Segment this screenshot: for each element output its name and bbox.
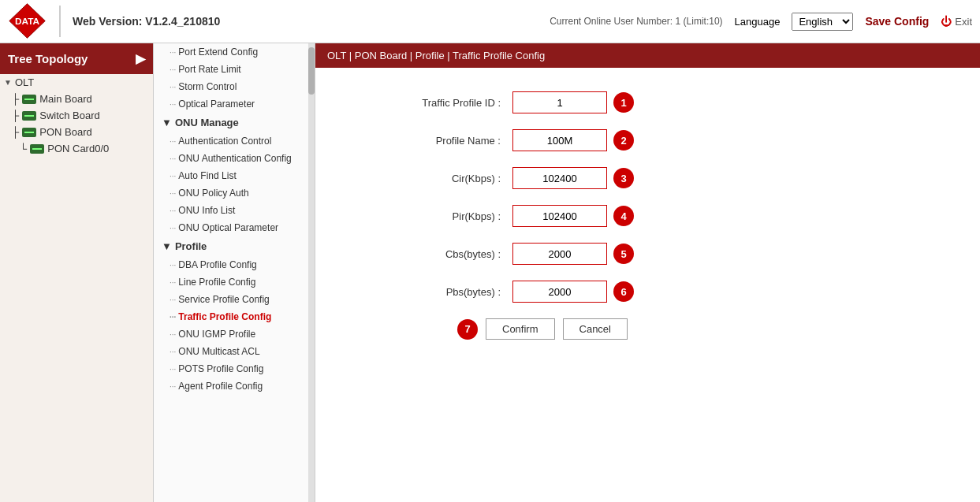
sidebar-item-poncard[interactable]: └ PON Card0/0 (0, 140, 153, 157)
form-input-group-cir: 3 (512, 167, 634, 189)
language-label: Language (735, 16, 781, 28)
power-icon: ⏻ (941, 15, 952, 28)
form-row-pbs: Pbs(bytes) : 6 (355, 281, 941, 303)
logo-area: DATA (8, 6, 61, 37)
cancel-button[interactable]: Cancel (563, 318, 628, 340)
sidebar-item-mainboard[interactable]: ├ Main Board (0, 91, 153, 107)
nav-onu-policy-auth[interactable]: ONU Policy Auth (154, 184, 308, 202)
pir-input[interactable] (512, 205, 607, 227)
cir-label: Cir(Kbps) : (355, 173, 512, 184)
mid-nav: Port Extend Config Port Rate Limit Storm… (154, 43, 315, 502)
nav-port-extend-config[interactable]: Port Extend Config (154, 43, 308, 61)
header-right: Current Online User Number: 1 (Limit:10)… (550, 13, 972, 31)
language-select[interactable]: English Chinese (792, 13, 853, 31)
nav-onu-manage-header: ▼ ONU Manage (154, 113, 308, 132)
logo-icon: DATA (8, 2, 47, 41)
expand-icon3: ├ (12, 126, 19, 138)
sidebar-item-olt[interactable]: ▼ OLT (0, 74, 153, 91)
nav-traffic-profile-config[interactable]: Traffic Profile Config (154, 308, 308, 325)
mainboard-icon (22, 95, 36, 104)
scrollbar-thumb[interactable] (308, 47, 315, 95)
step-badge-7: 7 (457, 319, 478, 340)
cir-input[interactable] (512, 167, 607, 189)
step-badge-2: 2 (613, 130, 634, 151)
form-input-group-pir: 4 (512, 205, 634, 227)
breadcrumb-ponboard: PON Board (355, 50, 407, 61)
save-config-button[interactable]: Save Config (865, 15, 929, 28)
nav-onu-optical-parameter[interactable]: ONU Optical Parameter (154, 219, 308, 236)
sidebar: Tree Topology ▶ ▼ OLT ├ Main Board ├ Swi… (0, 43, 154, 502)
main-layout: Tree Topology ▶ ▼ OLT ├ Main Board ├ Swi… (0, 43, 980, 502)
form-container: Traffic Profile ID : 1 Profile Name : 2 … (315, 68, 980, 502)
nav-optical-parameter[interactable]: Optical Parameter (154, 95, 308, 113)
mainboard-label: Main Board (39, 93, 91, 105)
nav-authentication-control[interactable]: Authentication Control (154, 132, 308, 150)
confirm-button[interactable]: Confirm (486, 318, 555, 340)
breadcrumb-sep1: | (349, 50, 355, 61)
expand-icon: ├ (12, 93, 19, 105)
nav-agent-profile-config[interactable]: Agent Profile Config (154, 377, 308, 395)
form-row-profile-id: Traffic Profile ID : 1 (355, 91, 941, 113)
sidebar-olt-label: OLT (15, 76, 34, 88)
profile-name-input[interactable] (512, 129, 607, 151)
version-label: Web Version: V1.2.4_210810 (73, 15, 550, 28)
sidebar-header: Tree Topology ▶ (0, 43, 153, 74)
switchboard-icon (22, 111, 36, 121)
pir-label: Pir(Kbps) : (355, 210, 512, 222)
step-badge-4: 4 (613, 206, 634, 226)
nav-port-rate-limit[interactable]: Port Rate Limit (154, 61, 308, 78)
sidebar-toggle[interactable]: ▶ (136, 51, 145, 66)
profile-name-label: Profile Name : (355, 135, 512, 147)
nav-profile-header: ▼ Profile (154, 236, 308, 256)
poncard-icon (30, 144, 44, 154)
nav-onu-auth-config[interactable]: ONU Authentication Config (154, 150, 308, 167)
nav-line-profile-config[interactable]: Line Profile Config (154, 273, 308, 291)
sidebar-item-switchboard[interactable]: ├ Switch Board (0, 107, 153, 124)
form-row-pir: Pir(Kbps) : 4 (355, 205, 941, 227)
poncard-label: PON Card0/0 (47, 143, 109, 154)
form-input-group-cbs: 5 (512, 243, 634, 265)
mid-nav-scroll: Port Extend Config Port Rate Limit Storm… (154, 43, 308, 502)
button-row: 7 Confirm Cancel (355, 318, 941, 340)
nav-pots-profile-config[interactable]: POTS Profile Config (154, 360, 308, 377)
profile-collapse-icon: ▼ (162, 240, 172, 252)
ponboard-icon (22, 128, 36, 137)
online-users: Current Online User Number: 1 (Limit:10) (550, 16, 722, 27)
header: DATA Web Version: V1.2.4_210810 Current … (0, 0, 980, 43)
onu-collapse-icon: ▼ (162, 117, 172, 128)
profile-label: Profile (175, 240, 207, 252)
breadcrumb-current: Traffic Profile Config (453, 50, 545, 61)
cbs-input[interactable] (512, 243, 607, 265)
collapse-icon: ▼ (4, 78, 12, 87)
traffic-profile-id-input[interactable] (512, 91, 607, 113)
breadcrumb: OLT | PON Board | Profile | Traffic Prof… (315, 43, 980, 68)
form-row-cbs: Cbs(bytes) : 5 (355, 243, 941, 265)
switchboard-label: Switch Board (39, 110, 100, 121)
exit-button[interactable]: ⏻ Exit (941, 15, 972, 28)
sidebar-title: Tree Topology (8, 52, 88, 65)
step-badge-5: 5 (613, 244, 634, 264)
nav-auto-find-list[interactable]: Auto Find List (154, 167, 308, 184)
step-badge-3: 3 (613, 168, 634, 188)
sidebar-item-ponboard[interactable]: ├ PON Board (0, 124, 153, 140)
form-input-group-name: 2 (512, 129, 634, 151)
nav-service-profile-config[interactable]: Service Profile Config (154, 291, 308, 308)
form-input-group-pbs: 6 (512, 281, 634, 303)
nav-storm-control[interactable]: Storm Control (154, 78, 308, 95)
expand-icon2: ├ (12, 110, 19, 121)
content-area: OLT | PON Board | Profile | Traffic Prof… (315, 43, 980, 502)
step-badge-1: 1 (613, 92, 634, 113)
onu-manage-label: ONU Manage (175, 117, 239, 128)
nav-onu-multicast-acl[interactable]: ONU Multicast ACL (154, 343, 308, 360)
form-row-cir: Cir(Kbps) : 3 (355, 167, 941, 189)
nav-onu-info-list[interactable]: ONU Info List (154, 202, 308, 219)
expand-icon4: └ (20, 143, 27, 154)
pbs-input[interactable] (512, 281, 607, 303)
cbs-label: Cbs(bytes) : (355, 248, 512, 260)
nav-onu-igmp-profile[interactable]: ONU IGMP Profile (154, 325, 308, 343)
step-badge-6: 6 (613, 281, 634, 302)
pbs-label: Pbs(bytes) : (355, 286, 512, 298)
nav-dba-profile-config[interactable]: DBA Profile Config (154, 256, 308, 273)
svg-text:DATA: DATA (15, 16, 39, 27)
mid-nav-scrollbar[interactable] (308, 43, 315, 502)
